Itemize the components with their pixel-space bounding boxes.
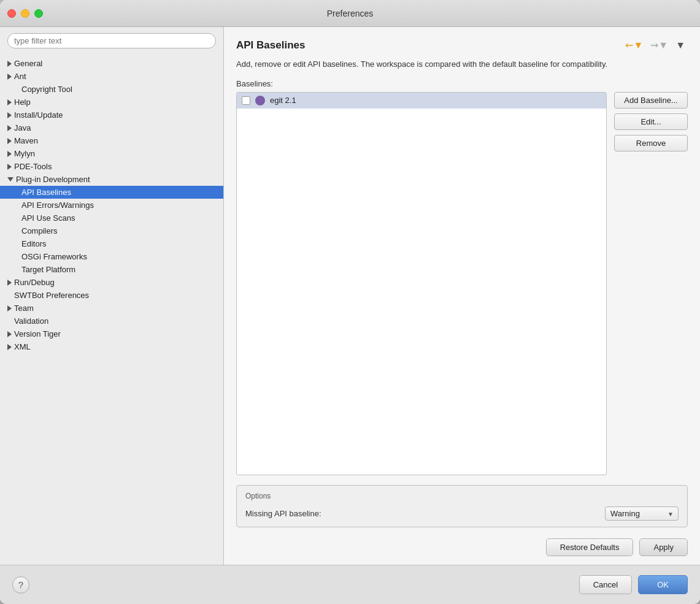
sidebar-item-label-validation: Validation [14, 316, 48, 326]
sidebar-item-label-copyright-tool: Copyright Tool [21, 85, 72, 94]
panel-header-row: API Baselines ⇜▼ ⇝▼ ▼ [236, 38, 688, 52]
baseline-icon [255, 96, 265, 105]
sidebar-item-editors[interactable]: Editors [0, 237, 223, 250]
sidebar-item-plug-in-development[interactable]: Plug-in Development [0, 173, 223, 186]
collapse-arrow-icon [7, 177, 13, 182]
sidebar-item-label-compilers: Compilers [21, 226, 58, 235]
baselines-area: egit 2.1 Add Baseline... Edit... Remove [236, 92, 688, 476]
sidebar-item-label-swtbot-preferences: SWTBot Preferences [14, 291, 89, 300]
sidebar-item-label-api-errors-warnings: API Errors/Warnings [21, 201, 94, 210]
expand-arrow-icon [7, 61, 12, 67]
sidebar-item-mylyn[interactable]: Mylyn [0, 147, 223, 160]
select-wrapper: Warning Error Ignore ▼ [605, 507, 679, 521]
preferences-window: Preferences GeneralAntCopyright ToolHelp… [0, 0, 700, 604]
sidebar-item-java[interactable]: Java [0, 121, 223, 134]
sidebar-item-label-install-update: Install/Update [14, 110, 63, 120]
sidebar-item-label-version-tiger: Version Tiger [14, 329, 61, 338]
back-icon-btn[interactable]: ⇜▼ [623, 38, 645, 52]
forward-icon-btn[interactable]: ⇝▼ [648, 38, 671, 52]
maximize-button[interactable] [34, 9, 43, 18]
sidebar-item-xml[interactable]: XML [0, 340, 223, 353]
cancel-button[interactable]: Cancel [579, 575, 632, 594]
panel-title: API Baselines [236, 39, 305, 52]
sidebar-item-ant[interactable]: Ant [0, 70, 223, 83]
footer-right: Cancel OK [579, 575, 688, 594]
sidebar-item-label-general: General [14, 59, 42, 68]
tree-container: GeneralAntCopyright ToolHelpInstall/Upda… [0, 55, 223, 565]
sidebar-item-label-java: Java [14, 123, 31, 132]
expand-arrow-icon [7, 305, 12, 312]
expand-arrow-icon [7, 125, 12, 131]
edit-button[interactable]: Edit... [614, 113, 688, 130]
footer: ? Cancel OK [0, 565, 700, 604]
sidebar-item-team[interactable]: Team [0, 302, 223, 315]
right-panel: API Baselines ⇜▼ ⇝▼ ▼ Add, remove or edi… [224, 27, 700, 565]
sidebar-item-label-maven: Maven [14, 136, 38, 145]
sidebar-item-label-osgi-frameworks: OSGi Frameworks [21, 252, 87, 261]
baseline-name: egit 2.1 [270, 96, 296, 105]
options-section: Options Missing API baseline: Warning Er… [236, 485, 688, 527]
buttons-col: Add Baseline... Edit... Remove [614, 92, 688, 476]
menu-icon-btn[interactable]: ▼ [673, 39, 688, 52]
panel-description: Add, remove or edit API baselines. The w… [236, 58, 688, 71]
main-content: GeneralAntCopyright ToolHelpInstall/Upda… [0, 27, 700, 565]
sidebar-item-osgi-frameworks[interactable]: OSGi Frameworks [0, 250, 223, 263]
expand-arrow-icon [7, 112, 12, 118]
search-input[interactable] [7, 33, 216, 48]
sidebar-item-api-errors-warnings[interactable]: API Errors/Warnings [0, 199, 223, 212]
minimize-button[interactable] [21, 9, 29, 18]
sidebar-item-label-target-platform: Target Platform [21, 265, 75, 274]
baselines-label: Baselines: [236, 79, 688, 88]
sidebar-item-api-baselines[interactable]: API Baselines [0, 186, 223, 199]
sidebar-item-label-run-debug: Run/Debug [14, 278, 55, 287]
sidebar-item-label-team: Team [14, 304, 34, 313]
sidebar-item-copyright-tool[interactable]: Copyright Tool [0, 83, 223, 96]
sidebar-item-label-pde-tools: PDE-Tools [14, 162, 52, 171]
missing-api-select[interactable]: Warning Error Ignore [605, 507, 679, 521]
sidebar-item-target-platform[interactable]: Target Platform [0, 263, 223, 276]
sidebar-item-help[interactable]: Help [0, 96, 223, 109]
sidebar-item-maven[interactable]: Maven [0, 134, 223, 147]
header-icons: ⇜▼ ⇝▼ ▼ [623, 38, 688, 52]
traffic-lights [7, 9, 43, 18]
sidebar-item-general[interactable]: General [0, 57, 223, 70]
sidebar-item-install-update[interactable]: Install/Update [0, 109, 223, 121]
sidebar-item-label-plug-in-development: Plug-in Development [16, 175, 90, 184]
remove-button[interactable]: Remove [614, 135, 688, 151]
close-button[interactable] [7, 9, 16, 18]
bottom-buttons: Restore Defaults Apply [236, 538, 688, 556]
sidebar-item-label-help: Help [14, 97, 31, 107]
baseline-checkbox[interactable] [242, 96, 250, 105]
baselines-list: egit 2.1 [236, 92, 607, 476]
ok-button[interactable]: OK [638, 575, 688, 594]
apply-button[interactable]: Apply [639, 538, 688, 556]
add-baseline-button[interactable]: Add Baseline... [614, 92, 688, 109]
baseline-item[interactable]: egit 2.1 [237, 93, 606, 109]
expand-arrow-icon [7, 138, 12, 144]
sidebar-item-validation[interactable]: Validation [0, 315, 223, 327]
expand-arrow-icon [7, 164, 12, 170]
sidebar-item-api-use-scans[interactable]: API Use Scans [0, 212, 223, 224]
options-row: Missing API baseline: Warning Error Igno… [245, 507, 679, 521]
expand-arrow-icon [7, 344, 12, 350]
window-title: Preferences [327, 9, 373, 18]
expand-arrow-icon [7, 280, 12, 286]
sidebar-item-version-tiger[interactable]: Version Tiger [0, 327, 223, 340]
sidebar-item-run-debug[interactable]: Run/Debug [0, 276, 223, 289]
missing-api-label: Missing API baseline: [245, 509, 599, 518]
restore-defaults-button[interactable]: Restore Defaults [546, 538, 634, 556]
help-button[interactable]: ? [12, 576, 29, 594]
titlebar: Preferences [0, 0, 700, 27]
sidebar-item-swtbot-preferences[interactable]: SWTBot Preferences [0, 289, 223, 302]
sidebar: GeneralAntCopyright ToolHelpInstall/Upda… [0, 27, 224, 565]
sidebar-item-pde-tools[interactable]: PDE-Tools [0, 160, 223, 173]
sidebar-item-label-api-use-scans: API Use Scans [21, 213, 75, 223]
sidebar-item-label-editors: Editors [21, 239, 46, 248]
options-title: Options [245, 492, 679, 500]
expand-arrow-icon [7, 74, 12, 80]
expand-arrow-icon [7, 99, 12, 105]
expand-arrow-icon [7, 151, 12, 157]
sidebar-item-label-xml: XML [14, 342, 31, 351]
sidebar-item-compilers[interactable]: Compilers [0, 224, 223, 237]
expand-arrow-icon [7, 331, 12, 337]
